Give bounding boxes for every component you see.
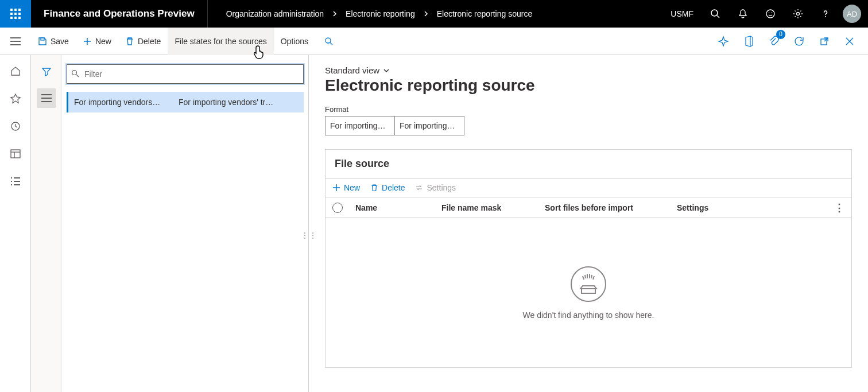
- left-rail: [0, 55, 31, 392]
- card-delete-label: Delete: [382, 183, 405, 192]
- card-actions: New Delete Settings: [326, 178, 851, 197]
- breadcrumb: Organization administration Electronic r…: [208, 9, 663, 18]
- help-icon[interactable]: [812, 0, 839, 28]
- topbar-right: USMF AD: [662, 0, 868, 28]
- list-pane: For importing vendors… For importing ven…: [62, 55, 309, 392]
- chevron-right-icon: [332, 11, 338, 17]
- settings-icon[interactable]: [784, 0, 812, 28]
- action-search-button[interactable]: [315, 28, 343, 55]
- svg-line-45: [583, 276, 584, 280]
- save-label: Save: [51, 37, 69, 46]
- app-launcher-icon[interactable]: [0, 0, 31, 28]
- workspaces-icon[interactable]: [9, 147, 22, 161]
- format-label: Format: [325, 105, 852, 114]
- breadcrumb-item-2[interactable]: Electronic reporting: [346, 9, 415, 18]
- svg-rect-5: [18, 13, 21, 15]
- save-icon: [38, 37, 47, 46]
- svg-point-11: [766, 10, 774, 18]
- svg-rect-1: [14, 9, 17, 11]
- select-all[interactable]: [332, 203, 355, 213]
- card-settings-label: Settings: [427, 183, 456, 192]
- svg-rect-3: [10, 13, 13, 15]
- list-row-selected[interactable]: For importing vendors… For importing ven…: [67, 92, 304, 112]
- filter-input[interactable]: [67, 64, 304, 84]
- svg-rect-0: [10, 9, 13, 11]
- modules-icon[interactable]: [9, 174, 22, 188]
- list-pane-icon[interactable]: [37, 88, 56, 108]
- card-settings-button: Settings: [415, 183, 456, 192]
- file-source-card: File source New Delete Settings Name: [325, 149, 852, 368]
- svg-point-12: [769, 12, 770, 13]
- plus-icon: [83, 37, 92, 46]
- copilot-icon[interactable]: [713, 31, 734, 52]
- favorites-icon[interactable]: [9, 92, 22, 106]
- empty-icon: [570, 266, 607, 302]
- format-value-2[interactable]: For importing…: [394, 116, 464, 135]
- svg-rect-6: [10, 17, 13, 19]
- filter-wrap: [67, 64, 304, 84]
- new-button[interactable]: New: [76, 28, 118, 55]
- svg-point-13: [772, 12, 773, 13]
- action-bar-right: 0: [713, 31, 868, 52]
- attachments-icon[interactable]: 0: [764, 31, 784, 52]
- breadcrumb-item-3[interactable]: Electronic reporting source: [437, 9, 533, 18]
- grid-more-icon[interactable]: ⋮: [833, 203, 844, 213]
- svg-rect-8: [18, 17, 21, 19]
- filter-pane-icon[interactable]: [37, 62, 56, 81]
- trash-icon: [370, 184, 378, 192]
- close-icon[interactable]: [839, 31, 860, 52]
- card-new-button[interactable]: New: [332, 183, 360, 192]
- col-settings[interactable]: Settings: [677, 203, 833, 212]
- empty-message: We didn't find anything to show here.: [523, 311, 654, 320]
- body: For importing vendors… For importing ven…: [0, 55, 868, 392]
- plus-icon: [332, 184, 340, 192]
- nav-toggle-icon[interactable]: [0, 28, 31, 55]
- swap-icon: [415, 184, 423, 192]
- view-selector[interactable]: Standard view: [325, 65, 852, 75]
- delete-label: Delete: [138, 37, 161, 46]
- svg-rect-28: [11, 150, 20, 158]
- file-states-button[interactable]: File states for the sources: [168, 28, 273, 55]
- svg-point-15: [825, 16, 826, 17]
- new-label: New: [95, 37, 111, 46]
- svg-line-50: [591, 275, 592, 278]
- svg-point-40: [72, 71, 77, 75]
- recent-icon[interactable]: [9, 119, 22, 133]
- svg-rect-19: [41, 38, 44, 40]
- file-states-label: File states for the sources: [175, 37, 266, 46]
- office-icon[interactable]: [738, 31, 759, 52]
- col-name[interactable]: Name: [355, 203, 441, 212]
- company-picker[interactable]: USMF: [662, 9, 702, 18]
- sidepanel-toggle-strip: [31, 55, 62, 392]
- attachments-badge: 0: [776, 30, 785, 39]
- breadcrumb-item-1[interactable]: Organization administration: [226, 9, 324, 18]
- search-icon: [324, 37, 334, 46]
- options-button[interactable]: Options: [274, 28, 315, 55]
- view-label: Standard view: [325, 65, 379, 75]
- top-bar: Finance and Operations Preview Organizat…: [0, 0, 868, 28]
- user-avatar[interactable]: AD: [843, 5, 861, 23]
- card-delete-button[interactable]: Delete: [370, 183, 405, 192]
- splitter-handle[interactable]: ⋮⋮: [307, 224, 311, 247]
- feedback-icon[interactable]: [757, 0, 784, 28]
- file-source-title: File source: [326, 150, 851, 178]
- refresh-icon[interactable]: [789, 31, 809, 52]
- app-title: Finance and Operations Preview: [31, 0, 208, 28]
- detail-pane: Standard view Electronic reporting sourc…: [309, 55, 868, 392]
- popout-icon[interactable]: [814, 31, 835, 52]
- format-value-1[interactable]: For importing…: [325, 116, 395, 135]
- col-mask[interactable]: File name mask: [441, 203, 545, 212]
- notifications-icon[interactable]: [729, 0, 757, 28]
- action-bar: Save New Delete File states for the sour…: [0, 28, 868, 55]
- col-sort[interactable]: Sort files before import: [545, 203, 677, 212]
- save-button[interactable]: Save: [31, 28, 76, 55]
- delete-button[interactable]: Delete: [118, 28, 168, 55]
- svg-line-41: [76, 75, 79, 77]
- grid-header: Name File name mask Sort files before im…: [326, 197, 851, 218]
- svg-line-10: [717, 15, 719, 18]
- search-icon[interactable]: [702, 0, 729, 28]
- svg-point-9: [711, 10, 718, 16]
- format-field: For importing… For importing…: [325, 116, 852, 135]
- home-icon[interactable]: [9, 64, 22, 78]
- search-icon: [71, 69, 79, 77]
